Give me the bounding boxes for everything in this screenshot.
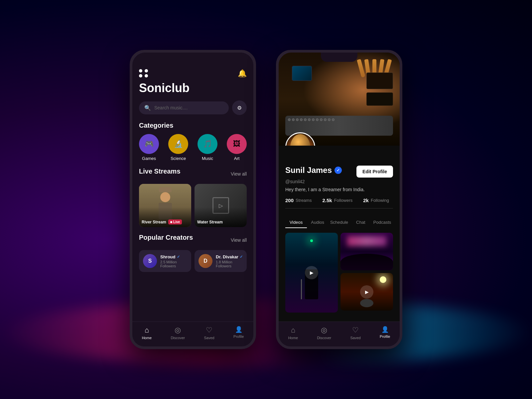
profile-icon: 👤 [235,326,242,333]
streams-count: 200 [285,198,294,203]
category-games[interactable]: 🎮 Games [139,134,159,161]
search-input[interactable]: 🔍 Search music.... [139,101,229,114]
tab-schedule[interactable]: Schedule [329,217,350,228]
stream-label-river: River Stream Live [139,207,191,227]
nav-saved[interactable]: ♡ Saved [204,326,214,340]
phone2-saved-label: Saved [350,336,361,340]
tab-audios[interactable]: Audios [307,217,329,228]
science-icon: 🔬 [168,134,188,154]
phone2-nav-profile[interactable]: 👤 Profile [380,326,390,340]
profile-name: Sunil James ✓ [285,166,342,175]
category-music[interactable]: 🎵 Music [198,134,217,161]
app-title: Soniclub [139,81,247,95]
phone2-home-label: Home [288,336,298,340]
drums-shape [360,299,373,307]
creator-followers-divakar: 1.8 Million Followers [216,260,243,268]
edit-profile-button[interactable]: Edit Profile [356,166,393,178]
streams-row: River Stream Live ▷ Water Stream [139,184,247,227]
phone2-profile-icon: 👤 [381,326,389,333]
creator-followers-shroud: 2.5 Million Followers [160,260,187,268]
profile-name-row: Sunil James ✓ Edit Profile [285,166,393,178]
crowd-silhouettes [340,254,393,270]
live-streams-view-all[interactable]: View all [231,171,247,177]
profile-name-text: Sunil James [285,166,332,175]
verified-checkmark: ✓ [334,167,342,174]
creators-view-all[interactable]: View all [231,237,247,243]
tab-podcasts[interactable]: Podcasts [371,217,393,228]
video-card-concert[interactable]: ▶ [285,233,338,313]
notification-icon[interactable]: 🔔 [238,69,247,78]
saved-icon: ♡ [206,326,212,334]
following-label: Following [371,198,389,203]
art-label: Art [234,156,240,161]
phone-1-screen: 🔔 Soniclub 🔍 Search music.... ⚙ Categori… [132,53,253,346]
stat-followers: 2.5k Followers [317,198,358,203]
phone2-bottom-nav: ⌂ Home ◎ Discover ♡ Saved 👤 Profile [279,322,400,346]
app-grid-icon[interactable] [139,69,148,77]
nav-home[interactable]: ⌂ Home [142,326,152,340]
search-icon: 🔍 [144,105,151,111]
tab-chat[interactable]: Chat [350,217,371,228]
phone-2-screen: Sunil James ✓ Edit Profile @sunil42 Hey … [279,53,400,346]
science-label: Science [171,156,186,161]
popular-creators-section: Popular Creators View all S Shroud ✓ [139,234,247,272]
category-art[interactable]: 🖼 Art [227,134,247,161]
streams-label: Streams [296,198,312,203]
discover-icon: ◎ [175,326,181,334]
art-icon: 🖼 [227,134,247,154]
phone-notch-2 [321,53,357,62]
categories-row: 🎮 Games 🔬 Science 🎵 Music 🖼 Art [139,134,247,161]
filter-button[interactable]: ⚙ [232,100,247,115]
following-count: 2k [363,198,369,203]
creator-info-shroud: Shroud ✓ 2.5 Million Followers [160,254,187,268]
categories-title: Categories [139,122,247,129]
music-icon: 🎵 [198,134,217,154]
nav-profile[interactable]: 👤 Profile [233,326,244,340]
profile-handle: @sunil42 [285,179,393,184]
creator-divakar[interactable]: D Dr. Divakar ✓ 1.8 Million Followers [195,250,247,272]
play-button-concert[interactable]: ▶ [305,266,318,279]
creator-name-divakar: Dr. Divakar ✓ [216,254,243,259]
stream-label-water: Water Stream [195,207,247,227]
phone2-nav-discover[interactable]: ◎ Discover [317,326,331,340]
games-label: Games [142,156,156,161]
stat-streams: 200 Streams [285,198,317,203]
video-card-stage[interactable]: ▶ [340,273,393,311]
phone-notch-1 [175,53,211,62]
phone-1: 🔔 Soniclub 🔍 Search music.... ⚙ Categori… [130,50,256,349]
phone2-discover-icon: ◎ [321,326,327,334]
tab-videos[interactable]: Videos [285,217,307,228]
live-streams-header: Live Streams View all [139,168,247,180]
stage-light [380,276,386,283]
phone-2: Sunil James ✓ Edit Profile @sunil42 Hey … [276,50,402,349]
nav-discover[interactable]: ◎ Discover [171,326,185,340]
creator-name-shroud: Shroud ✓ [160,254,187,259]
videos-grid: ▶ [279,233,400,313]
music-label: Music [202,156,213,161]
creators-row: S Shroud ✓ 2.5 Million Followers D [139,250,247,272]
search-placeholder: Search music.... [154,105,188,110]
profile-bio: Hey there, I am a Streamer from India. [285,187,393,192]
creator-shroud[interactable]: S Shroud ✓ 2.5 Million Followers [139,250,191,272]
phone2-nav-home[interactable]: ⌂ Home [288,326,298,340]
phone2-discover-label: Discover [317,336,331,340]
saved-label: Saved [204,336,214,340]
crowd-lights [347,236,386,246]
avatar-divakar: D [199,254,212,268]
avatar-shroud: S [143,254,157,268]
phone1-bottom-nav: ⌂ Home ◎ Discover ♡ Saved 👤 Profile [132,322,253,346]
phone2-home-icon: ⌂ [291,326,295,334]
phone1-header: 🔔 [139,69,247,78]
video-card-crowd[interactable] [340,233,393,270]
play-button-stage[interactable]: ▶ [360,285,373,299]
stream-card-water[interactable]: ▷ Water Stream [195,184,247,227]
stat-following: 2k Following [358,198,394,203]
stream-name-water: Water Stream [197,220,223,224]
category-science[interactable]: 🔬 Science [168,134,188,161]
popular-creators-title: Popular Creators [139,234,193,241]
profile-tabs: Videos Audios Schedule Chat Podcasts [279,217,400,228]
popular-creators-header: Popular Creators View all [139,234,247,246]
phone2-nav-saved[interactable]: ♡ Saved [350,326,361,340]
concert-light [310,239,313,242]
stream-card-river[interactable]: River Stream Live [139,184,191,227]
